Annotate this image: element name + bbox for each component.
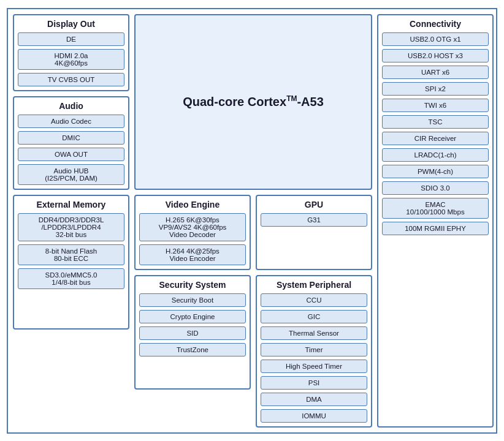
conn-item-4: TWI x6 [382,99,489,112]
sysper-block: System Peripheral CCU GIC Thermal Sensor… [256,275,372,428]
video-engine-block: Video Engine H.265 6K@30fpsVP9/AVS2 4K@6… [134,195,251,270]
gpu-block: GPU G31 [256,195,372,270]
empty-col1 [13,334,129,428]
gpu-item-0: G31 [261,213,367,227]
conn-item-8: PWM(4-ch) [382,165,489,178]
audio-block: Audio Audio Codec DMIC OWA OUT Audio HUB… [13,96,129,190]
video-item-0: H.265 6K@30fpsVP9/AVS2 4K@60fpsVideo Dec… [139,213,246,241]
display-out-item-0: DE [18,32,124,46]
conn-item-11: 100M RGMII EPHY [382,222,489,235]
connectivity-title: Connectivity [382,19,489,29]
extmem-title: External Memory [18,200,124,209]
video-engine-title: Video Engine [139,200,246,209]
empty-col2 [134,394,251,428]
display-out-item-2: TV CVBS OUT [18,73,124,86]
sysper-item-4: High Speed Timer [261,360,367,373]
security-item-2: SID [139,326,246,340]
conn-item-2: UART x6 [382,66,489,79]
conn-item-0: USB2.0 OTG x1 [382,32,489,46]
sysper-item-2: Thermal Sensor [261,326,367,340]
diagram: Display Out DE HDMI 2.0a4K@60fps TV CVBS… [7,8,497,434]
sysper-item-7: IOMMU [261,409,367,423]
conn-item-3: SPI x2 [382,82,489,96]
security-system-title: Security System [139,280,246,290]
audio-item-3: Audio HUB(I2S/PCM, DAM) [18,164,124,185]
display-out-block: Display Out DE HDMI 2.0a4K@60fps TV CVBS… [13,14,129,91]
conn-item-10: EMAC10/100/1000 Mbps [382,198,489,219]
conn-item-9: SDIO 3.0 [382,181,489,195]
sysper-item-3: Timer [261,343,367,356]
security-item-0: Security Boot [139,293,246,307]
audio-item-0: Audio Codec [18,115,124,128]
audio-item-2: OWA OUT [18,148,124,161]
conn-item-5: TSC [382,115,489,129]
display-out-item-1: HDMI 2.0a4K@60fps [18,49,124,70]
conn-item-7: LRADC(1-ch) [382,148,489,162]
audio-item-1: DMIC [18,131,124,145]
display-out-title: Display Out [18,19,124,29]
extmem-block: External Memory DDR4/DDR3/DDR3L/LPDDR3/L… [13,195,129,330]
gpu-title: GPU [261,200,367,209]
sysper-item-6: DMA [261,393,367,406]
sysper-item-1: GIC [261,310,367,323]
security-item-1: Crypto Engine [139,310,246,323]
cpu-block: Quad-core CortexTM-A53 [134,14,372,190]
security-item-3: TrustZone [139,343,246,356]
extmem-item-1: 8-bit Nand Flash80-bit ECC [18,244,124,265]
sysper-item-0: CCU [261,293,367,307]
video-item-1: H.264 4K@25fpsVideo Encoder [139,244,246,265]
sysper-item-5: PSI [261,376,367,390]
cpu-title: Quad-core CortexTM-A53 [183,94,324,109]
connectivity-block: Connectivity USB2.0 OTG x1 USB2.0 HOST x… [377,14,494,428]
conn-item-6: CIR Receiver [382,132,489,145]
extmem-item-0: DDR4/DDR3/DDR3L/LPDDR3/LPDDR432-bit bus [18,213,124,241]
sysper-title: System Peripheral [261,280,367,290]
security-system-block: Security System Security Boot Crypto Eng… [134,275,251,390]
audio-title: Audio [18,101,124,111]
conn-item-1: USB2.0 HOST x3 [382,49,489,62]
extmem-item-2: SD3.0/eMMC5.01/4/8-bit bus [18,268,124,289]
